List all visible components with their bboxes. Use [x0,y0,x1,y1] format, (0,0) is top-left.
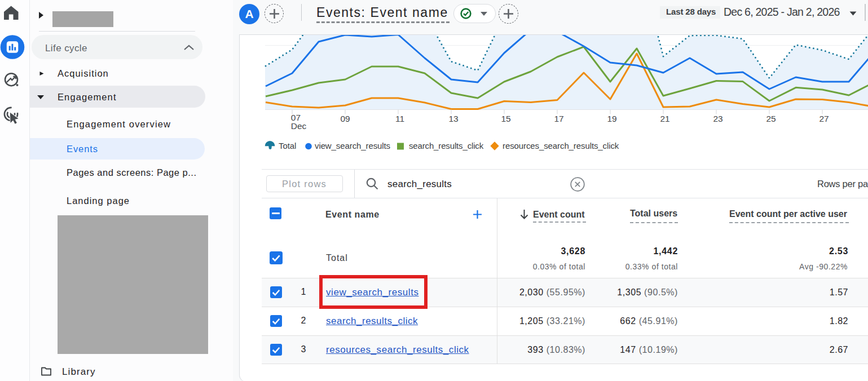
svg-text:23: 23 [713,114,722,123]
svg-text:13: 13 [448,114,458,123]
svg-text:17: 17 [554,114,563,123]
svg-text:19: 19 [607,114,616,123]
svg-text:25: 25 [766,114,776,123]
svg-text:15: 15 [501,114,510,123]
svg-text:27: 27 [819,114,829,123]
svg-text:Dec: Dec [291,121,307,131]
svg-text:21: 21 [660,114,669,123]
svg-text:11: 11 [395,114,404,123]
svg-text:09: 09 [340,114,350,123]
